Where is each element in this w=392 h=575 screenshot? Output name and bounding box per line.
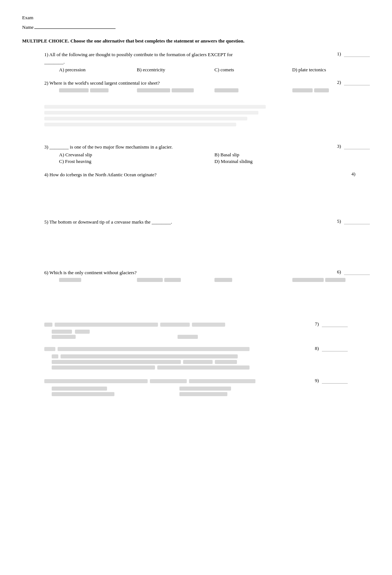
choice-3a: A) Crevassal slip	[59, 152, 214, 158]
question-5-space	[22, 225, 370, 262]
question-2-choices-blurred	[22, 88, 370, 92]
question-6-number: 6)	[333, 269, 370, 275]
question-5-text: 5) The bottom or downward tip of a creva…	[22, 218, 333, 226]
choice-1d: D) plate tectonics	[292, 67, 370, 73]
answer-line-1	[344, 57, 370, 57]
name-label: Name	[22, 24, 34, 30]
blurred-question-8-row: 8)	[44, 346, 348, 371]
question-6-choices-blurred	[22, 278, 370, 282]
blurred-question-9-row: 9)	[44, 378, 348, 396]
answer-line-2	[344, 85, 370, 85]
answer-line-6	[344, 275, 370, 275]
choice-2d-blurred	[292, 88, 370, 92]
question-1-number: 1)	[333, 51, 370, 57]
choice-6c-blurred	[214, 278, 292, 282]
answer-line-5	[344, 224, 370, 224]
choice-1a: A) precession	[59, 67, 137, 73]
question-3-choices: A) Crevassal slip B) Basal slip C) Frost…	[22, 152, 370, 164]
choice-6a-blurred	[59, 278, 137, 282]
choice-2b-blurred	[137, 88, 215, 92]
blurred-lower-section: 7)	[22, 318, 370, 406]
choice-2c-blurred	[214, 88, 292, 92]
question-1: 1) All of the following are thought to p…	[22, 51, 370, 73]
blurred-question-7-content	[44, 321, 311, 339]
question-6: 6) Which is the only continent without g…	[22, 269, 370, 312]
blurred-question-7-row: 7)	[44, 321, 348, 339]
question-2: 2) Where is the world's second largest c…	[22, 79, 370, 92]
question-6-text: 6) Which is the only continent without g…	[22, 269, 333, 276]
question-4-text: 4) How do icebergs in the North Atlantic…	[22, 171, 348, 178]
choice-3c: C) Frost heaving	[59, 159, 214, 164]
question-4-number: 4)	[348, 171, 370, 177]
question-1-choices: A) precession B) eccentricity C) comets …	[22, 67, 370, 73]
name-line: Name	[22, 24, 370, 30]
question-5-number: 5)	[333, 218, 370, 224]
blurred-question-8-number: 8)	[311, 346, 348, 351]
question-4-space	[22, 178, 370, 212]
choice-2a-blurred	[59, 88, 137, 92]
question-1-text: 1) All of the following are thought to p…	[22, 51, 333, 65]
question-2-text: 2) Where is the world's second largest c…	[22, 79, 333, 87]
choice-1b: B) eccentricity	[137, 67, 215, 73]
name-underline	[34, 28, 116, 29]
choice-3b: B) Basal slip	[214, 152, 370, 158]
blurred-question-9-number: 9)	[311, 378, 348, 384]
blurred-question-7-number: 7)	[311, 321, 348, 327]
choice-3d: D) Morainal sliding	[214, 159, 370, 164]
question-5: 5) The bottom or downward tip of a creva…	[22, 218, 370, 263]
blurred-question-8-content	[44, 346, 311, 371]
question-2-number: 2)	[333, 79, 370, 85]
question-3-text: 3) ________ is one of the two major flow…	[22, 143, 333, 151]
question-4: 4) How do icebergs in the North Atlantic…	[22, 171, 370, 212]
blurred-content-area	[22, 99, 370, 143]
question-3: 3) ________ is one of the two major flow…	[22, 143, 370, 165]
choice-6d-blurred	[292, 278, 370, 282]
choice-1c: C) comets	[214, 67, 292, 73]
blurred-question-9-content	[44, 378, 311, 396]
answer-line-3	[344, 149, 370, 149]
exam-label: Exam	[22, 15, 370, 21]
question-6-space	[22, 282, 370, 312]
instructions: MULTIPLE CHOICE. Choose the one alternat…	[22, 38, 370, 44]
choice-6b-blurred	[137, 278, 215, 282]
question-3-number: 3)	[333, 143, 370, 149]
